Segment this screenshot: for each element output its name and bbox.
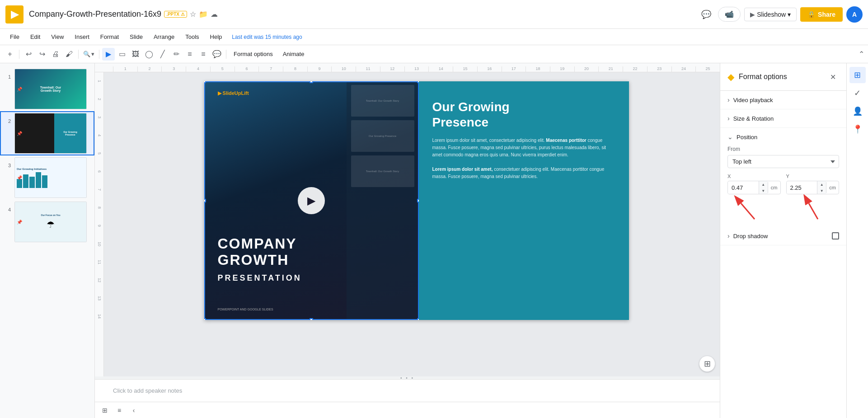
fit-to-screen-button[interactable]: ⊞ [699, 356, 715, 372]
menu-tools[interactable]: Tools [181, 32, 203, 42]
position-title: Position [737, 134, 757, 141]
meet-button[interactable]: 📹 [718, 7, 741, 22]
from-select-wrapper: Top left Top center Top right Center lef… [727, 155, 839, 168]
menu-view[interactable]: View [47, 32, 68, 42]
drop-shadow-checkbox[interactable] [832, 232, 839, 240]
format-panel-close-button[interactable]: ✕ [826, 70, 839, 83]
slide4-title-preview: Our Focus on You [41, 214, 61, 216]
comment-button[interactable]: 💬 [211, 48, 223, 61]
redo-button[interactable]: ↪ [36, 48, 48, 61]
ruler-mark-v-9: 9 [95, 217, 103, 235]
share-button[interactable]: 🔒 Share [800, 7, 843, 22]
menu-arrange[interactable]: Arrange [149, 32, 179, 42]
video-playback-header[interactable]: › Video playback [727, 96, 839, 103]
position-collapse-icon: ⌄ [727, 133, 733, 141]
slide-number-3: 3 [4, 163, 11, 168]
slide2-pin-icon: 📌 [17, 131, 22, 136]
select-tool-button[interactable]: ▶ [102, 48, 115, 61]
sidebar-check-button[interactable]: ✓ [849, 85, 866, 101]
folder-icon[interactable]: 📁 [199, 10, 208, 19]
cloud-icon[interactable]: ☁ [211, 10, 218, 19]
speaker-notes-area[interactable]: Click to add speaker notes [95, 379, 720, 402]
justify-button[interactable]: ≡ [197, 48, 210, 61]
slideshow-icon: ▶ [750, 11, 755, 18]
add-button[interactable]: + [4, 48, 16, 61]
selection-handle-ml[interactable] [204, 199, 206, 202]
list-view-button[interactable]: ≡ [113, 404, 126, 417]
y-unit: cm [826, 182, 839, 193]
align-button[interactable]: ≡ [183, 48, 196, 61]
slide-thumbnail-1[interactable]: 1 Townhall: OurGrowth Story 📌 [0, 67, 94, 111]
slide-canvas[interactable]: ▶ SlideUpLift COMPANYGROWTHPRESENTATION … [204, 81, 629, 320]
position-section: ⌄ Position From Top left Top center Top … [720, 128, 846, 227]
comments-button[interactable]: 💬 [698, 6, 714, 23]
x-increment-button[interactable]: ▲ [759, 181, 768, 188]
ruler-mark-22: 22 [623, 66, 647, 72]
slide-left-section[interactable]: ▶ SlideUpLift COMPANYGROWTHPRESENTATION … [204, 81, 419, 320]
position-header[interactable]: ⌄ Position [727, 133, 839, 141]
slideshow-button[interactable]: ▶ Slideshow ▾ [744, 8, 797, 21]
avatar[interactable]: A [846, 6, 863, 23]
svg-line-1 [809, 203, 818, 219]
menu-insert[interactable]: Insert [70, 32, 94, 42]
menu-file[interactable]: File [5, 32, 24, 42]
print-button[interactable]: 🖨 [49, 48, 62, 61]
selection-handle-tl[interactable] [204, 81, 206, 83]
size-rotation-header[interactable]: › Size & Rotation [727, 115, 839, 122]
x-input[interactable] [728, 182, 759, 194]
grid-view-button[interactable]: ⊞ [99, 404, 111, 417]
menu-help[interactable]: Help [206, 32, 227, 42]
line-button[interactable]: ╱ [156, 48, 169, 61]
collapse-panel-left-button[interactable]: ‹ [127, 404, 140, 417]
red-arrows-svg [727, 194, 845, 221]
slide3-bar-5 [42, 175, 47, 188]
y-label: Y [786, 174, 840, 179]
from-select[interactable]: Top left Top center Top right Center lef… [727, 155, 839, 168]
paint-format-button[interactable]: 🖌 [63, 48, 75, 61]
format-options-button[interactable]: Format options [229, 49, 277, 59]
ruler-mark-20: 20 [574, 66, 599, 72]
sidebar-slides-button[interactable]: ⊞ [849, 67, 866, 83]
ruler-mark-12: 12 [380, 66, 404, 72]
shapes-button[interactable]: ◯ [143, 48, 155, 61]
x-decrement-button[interactable]: ▼ [759, 188, 768, 194]
zoom-icon: 🔍 [83, 51, 90, 57]
slide2-right-preview: Our GrowingPresence [54, 113, 86, 153]
collapse-panel-button[interactable]: ⌃ [859, 50, 864, 58]
slide-thumbnail-4[interactable]: 4 Our Focus on You ☂ 📌 [0, 200, 94, 244]
toolbar: + ↩ ↪ 🖨 🖌 🔍 ▾ ▶ ▭ 🖼 ◯ ╱ ✏ ≡ ≡ 💬 Format o… [0, 45, 868, 63]
selection-handle-tm[interactable] [310, 81, 313, 83]
ruler-mark-1: 1 [113, 66, 137, 72]
image-button[interactable]: 🖼 [129, 48, 142, 61]
menu-slide[interactable]: Slide [125, 32, 147, 42]
selection-handle-bm[interactable] [310, 318, 313, 320]
slide-thumbnail-2[interactable]: 2 Our GrowingPresence 📌 [0, 111, 94, 155]
animate-button[interactable]: Animate [278, 49, 309, 59]
speaker-notes-placeholder[interactable]: Click to add speaker notes [113, 387, 182, 394]
size-rotation-section: › Size & Rotation [720, 109, 846, 128]
menu-format[interactable]: Format [96, 32, 123, 42]
slide-thumbnail-3[interactable]: 3 Our Growing Initiatives 📌 [0, 155, 94, 200]
size-rotation-title: Size & Rotation [733, 115, 774, 122]
ruler-mark-9: 9 [307, 66, 332, 72]
sidebar-location-button[interactable]: 📍 [849, 121, 866, 137]
slide3-bar-2 [23, 174, 28, 188]
y-input[interactable] [787, 182, 817, 194]
pen-button[interactable]: ✏ [170, 48, 183, 61]
drop-shadow-section[interactable]: › Drop shadow [720, 227, 846, 245]
ruler-mark-v-2: 2 [95, 90, 103, 108]
y-increment-button[interactable]: ▲ [817, 181, 826, 188]
star-icon[interactable]: ☆ [190, 10, 196, 19]
selection-handle-bl[interactable] [204, 318, 206, 320]
canvas-area: 1 2 3 4 5 6 7 8 9 10 11 12 13 14 15 16 1… [95, 63, 720, 418]
zoom-button[interactable]: 🔍 ▾ [81, 48, 96, 61]
sidebar-person-button[interactable]: 👤 [849, 103, 866, 119]
last-edit-info[interactable]: Last edit was 15 minutes ago [232, 34, 302, 40]
ruler-mark-v-3: 3 [95, 108, 103, 127]
text-box-button[interactable]: ▭ [116, 48, 128, 61]
canvas-wrapper[interactable]: ▶ SlideUpLift COMPANYGROWTHPRESENTATION … [104, 72, 720, 376]
undo-button[interactable]: ↩ [22, 48, 35, 61]
menu-edit[interactable]: Edit [26, 32, 45, 42]
ruler-mark-19: 19 [550, 66, 574, 72]
y-decrement-button[interactable]: ▼ [817, 188, 826, 194]
